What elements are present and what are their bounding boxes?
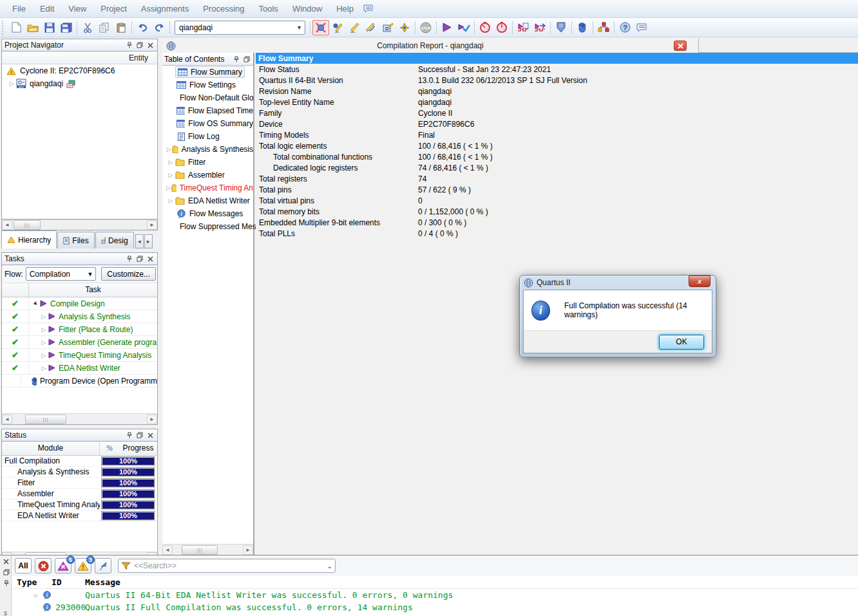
filter-critical-warning-button[interactable]: 5: [55, 558, 72, 574]
expand-arrow-icon[interactable]: ▷: [166, 185, 171, 191]
pin-icon[interactable]: [232, 55, 241, 64]
report-row[interactable]: FamilyCyclone II: [256, 107, 858, 118]
close-icon[interactable]: [146, 41, 155, 50]
scroll-right-icon[interactable]: ►: [147, 415, 157, 424]
menu-file[interactable]: File: [5, 0, 33, 17]
menu-help[interactable]: Help: [329, 0, 361, 17]
toc-item-eda-netlist[interactable]: ▷ EDA Netlist Writer: [162, 194, 253, 207]
tab-files[interactable]: Files: [57, 232, 94, 248]
paste-icon[interactable]: [113, 20, 129, 35]
collapse-arrow-icon[interactable]: [33, 301, 39, 306]
task-row-fitter[interactable]: ✔ ▷ Fitter (Place & Route): [2, 323, 157, 336]
assignment-editor-icon[interactable]: [329, 20, 346, 35]
filter-error-button[interactable]: [35, 558, 52, 574]
tab-scroll-right-icon[interactable]: ►: [144, 234, 153, 248]
filter-flag-button[interactable]: [95, 558, 111, 574]
pin-planner-icon[interactable]: [346, 20, 363, 35]
float-icon[interactable]: [2, 568, 11, 577]
chevron-down-icon[interactable]: ▼: [294, 21, 305, 34]
expand-arrow-icon[interactable]: ▷: [166, 198, 175, 204]
task-row-program-device[interactable]: Program Device (Open Programm: [2, 375, 157, 387]
menu-project[interactable]: Project: [93, 0, 133, 17]
toc-item-assembler[interactable]: ▷ Assembler: [162, 169, 253, 182]
scroll-right-icon[interactable]: ►: [147, 220, 157, 230]
programmer-icon[interactable]: [553, 20, 569, 35]
expand-arrow-icon[interactable]: ▷: [166, 146, 172, 153]
toc-item-fitter[interactable]: ▷ Fitter: [162, 156, 253, 169]
task-row-analysis-synthesis[interactable]: ✔ ▷ Analysis & Synthesis: [2, 310, 157, 323]
chevron-down-icon[interactable]: ▼: [84, 271, 95, 277]
save-all-icon[interactable]: [58, 20, 75, 35]
menu-edit[interactable]: Edit: [33, 0, 61, 17]
chip-editor-hand-icon[interactable]: [574, 20, 591, 35]
chevron-down-icon[interactable]: ⌄: [327, 563, 332, 570]
expand-arrow-icon[interactable]: ▷: [39, 352, 48, 359]
scroll-thumb[interactable]: |||: [182, 545, 218, 555]
task-row-compile-design[interactable]: ✔ Compile Design: [2, 297, 157, 310]
report-row[interactable]: Total pins57 / 622 ( 9 % ): [256, 184, 858, 195]
report-title-tab[interactable]: Compilation Report - qiangdaqi: [162, 39, 699, 53]
toc-item-flow-messages[interactable]: i Flow Messages: [162, 207, 253, 220]
tab-scroll-left-icon[interactable]: ◄: [135, 234, 144, 248]
scroll-thumb[interactable]: |||: [25, 415, 66, 424]
dialog-close-icon[interactable]: x: [689, 275, 710, 287]
status-row-full-compilation[interactable]: Full Compilation 100%: [2, 456, 157, 467]
flow-combobox[interactable]: Compilation ▼: [26, 267, 97, 281]
expand-arrow-icon[interactable]: ▷: [32, 592, 41, 599]
open-file-icon[interactable]: [24, 20, 41, 35]
report-row[interactable]: DeviceEP2C70F896C6: [256, 118, 858, 129]
redo-icon[interactable]: [151, 20, 167, 35]
expand-arrow-icon[interactable]: ▷: [166, 172, 175, 178]
task-table-header[interactable]: Task: [2, 283, 157, 297]
toc-item-analysis-synthesis[interactable]: ▷ Analysis & Synthesis: [162, 143, 253, 156]
technology-map-viewer-icon[interactable]: [531, 20, 548, 35]
toc-item-flow-log[interactable]: Flow Log: [162, 130, 253, 143]
float-icon[interactable]: [135, 41, 144, 50]
chip-planner-icon[interactable]: [396, 20, 413, 35]
netlist-viewer-icon[interactable]: [515, 20, 531, 35]
close-icon[interactable]: [2, 557, 11, 566]
report-row[interactable]: Total registers74: [256, 173, 858, 184]
report-row[interactable]: Total logic elements100 / 68,416 ( < 1 %…: [256, 140, 858, 151]
tab-hierarchy[interactable]: Hierarchy: [1, 230, 57, 248]
expand-arrow-icon[interactable]: ▷: [39, 326, 48, 333]
close-icon[interactable]: [146, 254, 155, 263]
pin-icon[interactable]: [2, 579, 11, 588]
report-row[interactable]: Revision Nameqiangdaqi: [256, 86, 858, 97]
revision-combobox[interactable]: qiangdaqi ▼: [175, 21, 305, 35]
status-row-timequest[interactable]: TimeQuest Timing Analyzer 100%: [2, 499, 157, 510]
pin-icon[interactable]: [125, 431, 134, 440]
new-file-icon[interactable]: [8, 20, 24, 35]
start-compilation-icon[interactable]: [439, 20, 455, 35]
feedback-bubble-icon[interactable]: [363, 5, 374, 13]
expand-arrow-icon[interactable]: ▷: [166, 159, 175, 165]
tab-design-units[interactable]: Desig: [95, 232, 134, 248]
task-row-assembler[interactable]: ✔ ▷ Assembler (Generate progra: [2, 336, 157, 349]
message-row[interactable]: ▷ i Quartus II 64-Bit EDA Netlist Writer…: [12, 589, 858, 601]
scroll-left-icon[interactable]: ◄: [162, 545, 173, 555]
toc-item-flow-suppressed[interactable]: i Flow Suppressed Mes: [162, 220, 253, 233]
ok-button[interactable]: OK: [659, 335, 704, 350]
float-icon[interactable]: [135, 431, 144, 440]
toc-item-flow-settings[interactable]: Flow Settings: [162, 79, 253, 91]
scroll-right-icon[interactable]: ►: [243, 545, 253, 555]
stop-icon[interactable]: STOP: [417, 20, 434, 35]
toc-item-flow-os-summary[interactable]: Flow OS Summary: [162, 117, 253, 130]
settings-icon[interactable]: [312, 20, 329, 35]
toolbar-grip[interactable]: [2, 21, 6, 35]
expand-arrow-icon[interactable]: ▷: [39, 339, 48, 346]
cut-icon[interactable]: [79, 20, 96, 35]
save-icon[interactable]: [41, 20, 58, 35]
tasks-hscrollbar[interactable]: ◄ ||| ►: [2, 413, 157, 424]
status-row-fitter[interactable]: Fitter 100%: [2, 478, 157, 489]
report-row[interactable]: Total combinational functions100 / 68,41…: [256, 151, 858, 162]
status-row-eda-netlist[interactable]: EDA Netlist Writer 100%: [2, 510, 157, 521]
design-partition-icon[interactable]: D: [379, 20, 396, 35]
entity-column-header[interactable]: Entity: [2, 51, 157, 64]
timequest-stopwatch-icon[interactable]: [477, 20, 493, 35]
menu-assignments[interactable]: Assignments: [134, 0, 196, 17]
menu-window[interactable]: Window: [285, 0, 329, 17]
pin-icon[interactable]: [125, 41, 134, 50]
messages-header-row[interactable]: Type ID Message: [12, 576, 858, 589]
toc-item-flow-summary[interactable]: Flow Summary: [162, 66, 253, 79]
